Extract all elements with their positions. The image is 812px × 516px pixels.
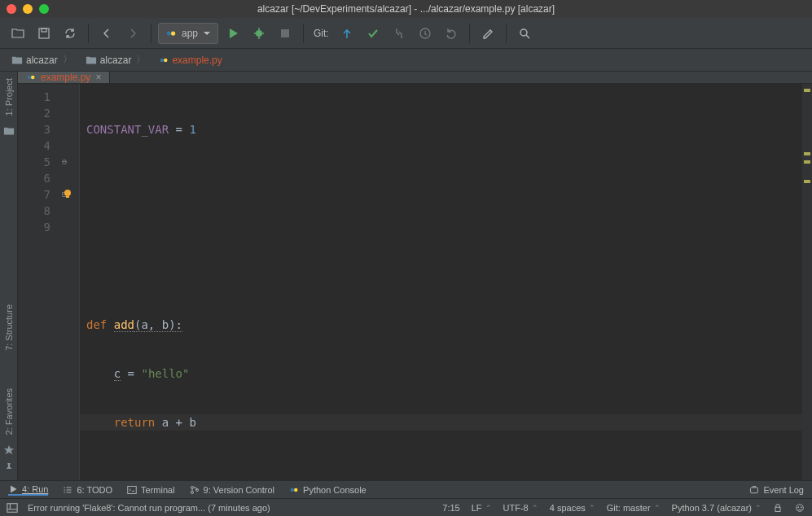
breadcrumb-file-label: example.py (172, 55, 222, 66)
tool-terminal[interactable]: Terminal (127, 485, 175, 495)
svg-rect-0 (39, 28, 49, 38)
git-update-icon[interactable] (336, 22, 358, 45)
intention-bulb-icon[interactable] (60, 186, 75, 201)
svg-point-2 (167, 31, 171, 35)
status-message[interactable]: Error running 'Flake8': Cannot run progr… (28, 503, 270, 513)
editor-body[interactable]: CONSTANT_VAR = 1 def add(a, b): c = "hel… (80, 84, 812, 516)
window-title: alcazar [~/DevExperiments/alcazar] - ...… (0, 3, 812, 15)
svg-rect-24 (751, 488, 758, 493)
left-tool-window-bar: 1: Project 7: Structure 2: Favorites (0, 72, 18, 480)
svg-rect-26 (775, 507, 780, 511)
tool-todo[interactable]: 6: TODO (63, 485, 112, 495)
open-icon[interactable] (7, 22, 29, 45)
tool-event-log[interactable]: Event Log (749, 485, 804, 495)
bottom-tool-window-bar: 4: Run 6: TODO Terminal 9: Version Contr… (0, 480, 812, 498)
sync-icon[interactable] (59, 22, 81, 45)
svg-point-8 (160, 58, 165, 62)
main-toolbar: app Git: (0, 18, 812, 49)
svg-point-22 (291, 488, 295, 492)
breadcrumb-root[interactable]: alcazar 〉 (7, 51, 79, 68)
save-icon[interactable] (33, 22, 55, 45)
tool-vcs[interactable]: 9: Version Control (190, 485, 274, 495)
tool-python-console[interactable]: Python Console (289, 485, 366, 495)
svg-point-12 (64, 190, 71, 196)
run-icon[interactable] (222, 22, 244, 45)
status-git-branch[interactable]: Git: master (607, 503, 661, 513)
code-editor[interactable]: 1 2 3 4 5 6 7 8 9 ⊖ ⊟ CONSTANT_VAR = 1 d… (18, 84, 812, 516)
svg-point-4 (256, 30, 262, 37)
star-icon (3, 444, 15, 456)
breadcrumb-file[interactable]: example.py (154, 53, 226, 68)
breadcrumb-folder[interactable]: alcazar 〉 (81, 51, 153, 68)
status-bar: Error running 'Flake8': Cannot run progr… (0, 498, 812, 516)
editor-tab-label: example.py (41, 72, 90, 83)
stop-icon[interactable] (274, 22, 296, 45)
svg-rect-25 (7, 503, 17, 512)
settings-icon[interactable] (476, 22, 499, 45)
main-area: example.py × 1 2 3 4 5 6 7 8 9 ⊖ ⊟ CONST… (18, 72, 812, 480)
toggle-tool-windows-icon[interactable] (7, 502, 18, 514)
svg-rect-5 (281, 29, 289, 37)
tool-run[interactable]: 4: Run (8, 484, 48, 496)
svg-point-3 (171, 31, 175, 35)
pin-icon[interactable] (3, 462, 15, 474)
git-compare-icon[interactable] (388, 22, 410, 45)
svg-point-19 (191, 486, 193, 488)
svg-point-10 (28, 76, 32, 80)
svg-point-27 (797, 504, 804, 511)
editor-tabs: example.py × (18, 72, 812, 84)
status-line-ending[interactable]: LF (472, 503, 492, 513)
fold-gutter[interactable]: ⊖ ⊟ (57, 84, 80, 516)
back-icon[interactable] (95, 22, 118, 45)
tool-project[interactable]: 1: Project (2, 72, 15, 122)
editor-tab-example[interactable]: example.py × (18, 72, 110, 83)
git-commit-icon[interactable] (362, 22, 384, 45)
svg-rect-18 (128, 486, 137, 493)
folder-icon (3, 125, 15, 137)
git-history-icon[interactable] (414, 22, 437, 45)
svg-point-29 (801, 506, 802, 508)
forward-icon[interactable] (121, 22, 144, 45)
status-indent[interactable]: 4 spaces (550, 503, 595, 513)
svg-point-9 (164, 58, 168, 62)
svg-point-28 (797, 506, 799, 508)
inspector-icon[interactable] (794, 502, 805, 514)
breadcrumb: alcazar 〉 alcazar 〉 example.py (0, 49, 812, 72)
svg-point-20 (191, 491, 193, 493)
svg-point-23 (294, 488, 298, 492)
svg-point-7 (520, 29, 527, 36)
git-label: Git: (310, 28, 332, 39)
close-icon[interactable]: × (95, 72, 101, 83)
status-encoding[interactable]: UTF-8 (503, 503, 538, 513)
svg-point-11 (31, 76, 35, 80)
svg-rect-1 (42, 28, 46, 32)
debug-icon[interactable] (248, 22, 270, 45)
editor-error-stripe[interactable] (802, 84, 812, 516)
run-config-name: app (182, 28, 198, 39)
run-config-selector[interactable]: app (158, 23, 218, 44)
breadcrumb-folder-label: alcazar (100, 55, 132, 66)
lock-icon[interactable] (773, 503, 783, 513)
titlebar: alcazar [~/DevExperiments/alcazar] - ...… (0, 0, 812, 18)
git-revert-icon[interactable] (440, 22, 463, 45)
breadcrumb-root-label: alcazar (26, 55, 58, 66)
status-position[interactable]: 7:15 (442, 503, 459, 513)
status-interpreter[interactable]: Python 3.7 (alcazar) (672, 503, 762, 513)
search-icon[interactable] (513, 22, 536, 45)
line-numbers: 1 2 3 4 5 6 7 8 9 (18, 84, 57, 516)
svg-rect-13 (66, 196, 69, 198)
tool-structure[interactable]: 7: Structure (2, 298, 15, 357)
tool-favorites[interactable]: 2: Favorites (2, 382, 15, 441)
